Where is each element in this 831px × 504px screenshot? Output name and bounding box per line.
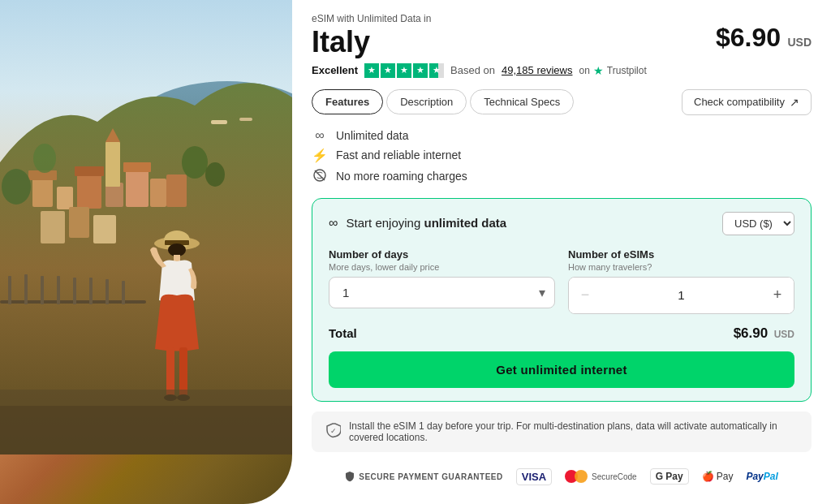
- trustpilot-star-icon: ★: [593, 64, 604, 77]
- get-unlimited-button[interactable]: Get unlimited internet: [329, 351, 794, 388]
- star-5-half: ★: [429, 63, 444, 78]
- booking-title-start: Start enjoying: [347, 216, 421, 230]
- days-label: Number of days: [329, 248, 555, 261]
- days-field-group: Number of days More days, lower daily pr…: [329, 248, 555, 314]
- days-select-wrap: 1 2 3 7 14 30 ▾: [329, 277, 555, 308]
- rating-row: Excellent ★ ★ ★ ★ ★ Based on 49,185 revi…: [312, 63, 812, 78]
- total-price: $6.90: [734, 325, 769, 341]
- tab-technical-specs[interactable]: Technical Specs: [470, 89, 574, 114]
- svg-rect-31: [122, 281, 125, 304]
- gpay-logo: G Pay: [650, 468, 689, 485]
- svg-point-35: [168, 243, 186, 256]
- svg-point-17: [2, 169, 31, 205]
- apple-pay-logo: 🍎 Pay: [702, 471, 734, 482]
- esims-hint: How many travelers?: [568, 262, 794, 272]
- qty-decrease-button[interactable]: −: [569, 278, 601, 313]
- svg-rect-29: [89, 278, 93, 304]
- svg-rect-2: [32, 179, 53, 207]
- currency-selector[interactable]: USD ($): [722, 212, 794, 235]
- star-3: ★: [397, 63, 411, 78]
- days-select[interactable]: 1 2 3 7 14 30: [329, 277, 555, 308]
- svg-rect-11: [166, 174, 187, 207]
- tabs-container: Features Description Technical Specs: [312, 89, 574, 114]
- secure-label: SECURE PAYMENT GUARANTEED: [359, 472, 503, 481]
- price-amount: $6.90: [716, 23, 781, 52]
- svg-text:✓: ✓: [330, 427, 337, 435]
- qty-control: − 1 +: [568, 277, 794, 314]
- booking-fields: Number of days More days, lower daily pr…: [329, 248, 794, 314]
- payment-footer: SECURE PAYMENT GUARANTEED VISA SecureCod…: [312, 462, 812, 485]
- trustpilot-label: on ★ Trustpilot: [579, 64, 646, 77]
- paypal-logo: PayPal: [746, 471, 777, 482]
- qty-increase-button[interactable]: +: [761, 278, 794, 313]
- svg-rect-38: [179, 347, 187, 396]
- svg-point-18: [33, 144, 56, 173]
- esims-field-group: Number of eSIMs How many travelers? − 1 …: [568, 248, 794, 314]
- feature-noroaming-text: No more roaming charges: [336, 170, 467, 183]
- svg-rect-14: [41, 211, 65, 243]
- total-label: Total: [329, 326, 357, 340]
- svg-rect-25: [24, 274, 28, 304]
- reviews-text: Based on: [450, 64, 495, 76]
- svg-rect-6: [75, 166, 104, 176]
- svg-rect-30: [105, 279, 109, 304]
- total-currency: USD: [774, 329, 794, 340]
- star-1: ★: [364, 63, 379, 78]
- info-shield-icon: ✓: [325, 422, 341, 442]
- booking-card-header: ∞ Start enjoying unlimited data USD ($): [329, 212, 794, 235]
- svg-rect-42: [0, 406, 292, 454]
- svg-rect-4: [57, 187, 73, 209]
- svg-point-20: [205, 162, 225, 187]
- star-4: ★: [413, 63, 428, 78]
- svg-point-19: [182, 146, 208, 179]
- tab-description[interactable]: Description: [386, 89, 467, 114]
- star-rating: ★ ★ ★ ★ ★: [364, 63, 444, 78]
- svg-rect-15: [69, 207, 89, 238]
- svg-rect-26: [41, 276, 44, 304]
- star-2: ★: [381, 63, 395, 78]
- secure-badge: SECURE PAYMENT GUARANTEED: [345, 471, 503, 482]
- external-link-icon: ↗: [790, 96, 799, 109]
- svg-rect-37: [166, 347, 174, 396]
- visa-logo: VISA: [516, 468, 552, 485]
- content-section: eSIM with Unlimited Data in Italy Excell…: [292, 0, 831, 504]
- check-compatibility-button[interactable]: Check compatibility ↗: [682, 89, 812, 115]
- svg-rect-24: [8, 276, 11, 304]
- no-roaming-icon: [312, 168, 328, 185]
- svg-rect-10: [150, 179, 166, 207]
- total-price-box: $6.90 USD: [734, 325, 794, 342]
- svg-rect-9: [123, 162, 151, 172]
- info-banner: ✓ Install the eSIM 1 day before your tri…: [312, 411, 812, 452]
- svg-rect-21: [211, 120, 227, 124]
- feature-no-roaming: No more roaming charges: [312, 168, 812, 185]
- booking-card: ∞ Start enjoying unlimited data USD ($) …: [312, 198, 812, 402]
- price-box: $6.90 USD: [716, 23, 812, 53]
- reviews-link[interactable]: 49,185 reviews: [502, 64, 572, 76]
- booking-title-bold: unlimited data: [424, 216, 506, 230]
- booking-title: ∞ Start enjoying unlimited data: [329, 216, 506, 230]
- shield-icon: [345, 471, 355, 482]
- svg-rect-28: [73, 278, 76, 304]
- price-currency: USD: [787, 36, 812, 49]
- svg-rect-16: [93, 215, 116, 243]
- esims-label: Number of eSIMs: [568, 248, 794, 261]
- feature-fast-internet: ⚡ Fast and reliable internet: [312, 148, 812, 163]
- lightning-icon: ⚡: [312, 148, 328, 163]
- tab-features[interactable]: Features: [312, 89, 383, 114]
- days-hint: More days, lower daily price: [329, 262, 555, 272]
- features-list: ∞ Unlimited data ⚡ Fast and reliable int…: [312, 128, 812, 185]
- infinity-icon: ∞: [312, 128, 328, 143]
- feature-unlimited-data: ∞ Unlimited data: [312, 128, 812, 143]
- svg-rect-22: [239, 118, 252, 121]
- apple-icon: 🍎: [702, 471, 714, 482]
- qty-value: 1: [601, 288, 761, 302]
- info-banner-text: Install the eSIM 1 day before your trip.…: [349, 420, 799, 443]
- svg-rect-12: [105, 142, 120, 187]
- rating-label: Excellent: [312, 64, 358, 76]
- trustpilot-name: Trustpilot: [607, 65, 647, 76]
- tabs-row: Features Description Technical Specs Che…: [312, 89, 812, 115]
- feature-unlimited-text: Unlimited data: [336, 129, 409, 142]
- svg-rect-5: [77, 174, 101, 209]
- svg-rect-8: [126, 170, 149, 207]
- check-compat-label: Check compatibility: [694, 96, 785, 108]
